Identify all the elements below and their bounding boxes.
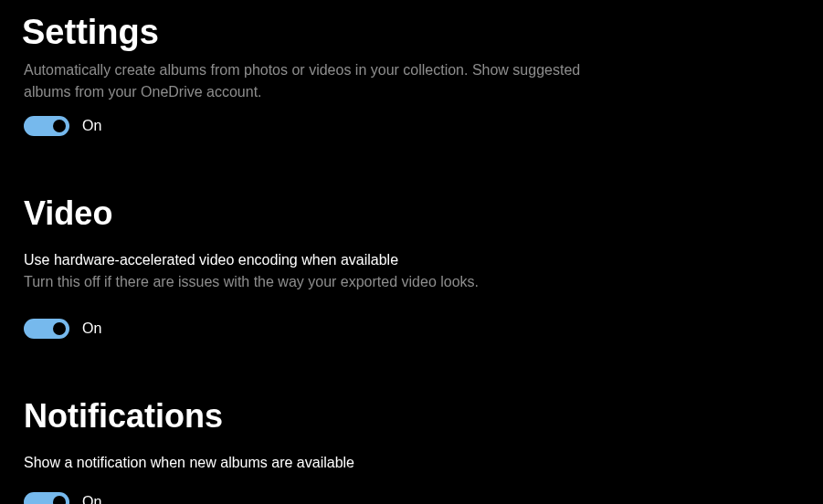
notifications-setting-title: Show a notification when new albums are …: [24, 452, 799, 474]
video-setting-title: Use hardware-accelerated video encoding …: [24, 249, 799, 271]
video-setting-description: Turn this off if there are issues with t…: [24, 271, 799, 293]
albums-toggle-label: On: [82, 118, 101, 134]
toggle-knob-icon: [53, 322, 66, 335]
video-toggle[interactable]: [24, 319, 69, 339]
settings-content: Automatically create albums from photos …: [0, 0, 823, 504]
toggle-knob-icon: [53, 120, 66, 132]
video-toggle-row: On: [24, 319, 799, 339]
notifications-toggle[interactable]: [24, 492, 69, 504]
toggle-knob-icon: [53, 496, 66, 504]
notifications-heading: Notifications: [24, 397, 799, 436]
notifications-toggle-row: On: [24, 492, 799, 504]
video-heading: Video: [24, 194, 799, 233]
page-title: Settings: [22, 13, 801, 52]
notifications-toggle-label: On: [82, 494, 101, 504]
video-toggle-label: On: [82, 320, 101, 337]
albums-toggle[interactable]: [24, 116, 69, 136]
settings-header: Settings: [0, 0, 823, 65]
albums-toggle-row: On: [24, 116, 799, 136]
albums-description: Automatically create albums from photos …: [24, 59, 799, 103]
